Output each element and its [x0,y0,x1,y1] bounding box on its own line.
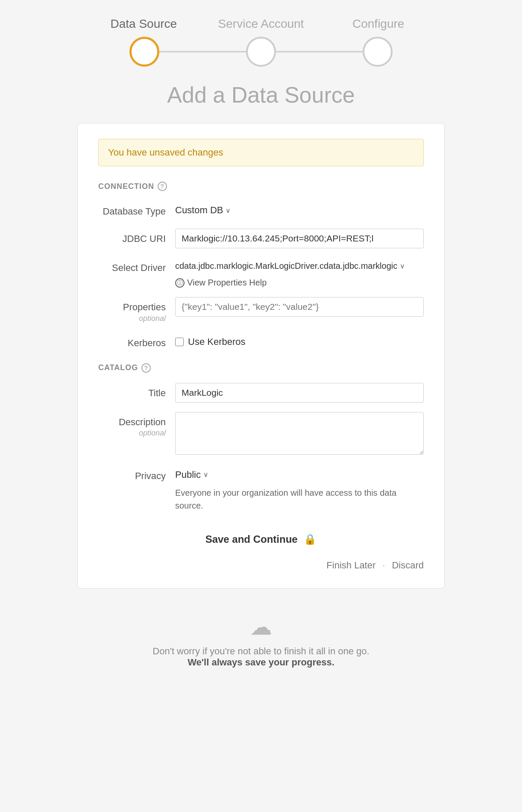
database-type-dropdown[interactable]: Custom DB ∨ [175,201,231,219]
jdbc-uri-input[interactable] [175,229,424,248]
select-driver-dropdown[interactable]: cdata.jdbc.marklogic.MarkLogicDriver.cda… [175,258,405,274]
database-type-control: Custom DB ∨ [175,201,424,219]
lock-icon: 🔒 [304,533,317,545]
info-icon: ⓘ [175,278,185,288]
catalog-title-label: Title [98,383,175,400]
step-2-label: Service Account [203,17,319,31]
privacy-row: Privacy Public ∨ Everyone in your organi… [98,466,424,512]
save-continue-label: Save and Continue [205,533,298,545]
kerberos-control: Use Kerberos [175,333,424,347]
connection-help-icon[interactable]: ? [158,182,167,191]
warning-text: You have unsaved changes [108,147,223,158]
step-1-label: Data Source [86,17,202,31]
privacy-value: Public [175,469,201,480]
jdbc-uri-label: JDBC URI [98,229,175,245]
jdbc-uri-row: JDBC URI [98,229,424,248]
description-row: Description optional [98,412,424,456]
step-2-circle[interactable] [246,37,276,67]
kerberos-checkbox[interactable] [175,338,184,346]
database-type-value: Custom DB [175,205,223,216]
catalog-help-icon[interactable]: ? [141,363,151,373]
description-textarea[interactable] [175,412,424,455]
properties-row: Properties optional [98,297,424,324]
step-1-circle[interactable] [129,37,159,67]
select-driver-value: cdata.jdbc.marklogic.MarkLogicDriver.cda… [175,261,397,271]
properties-control [175,297,424,317]
select-driver-row: Select Driver cdata.jdbc.marklogic.MarkL… [98,258,424,288]
description-sublabel: optional [98,428,166,438]
select-driver-control: cdata.jdbc.marklogic.MarkLogicDriver.cda… [175,258,424,288]
bottom-actions: Finish Later · Discard [98,560,424,571]
warning-banner: You have unsaved changes [98,139,424,166]
properties-label: Properties optional [98,297,175,324]
kerberos-checkbox-label[interactable]: Use Kerberos [188,336,246,347]
privacy-label: Privacy [98,466,175,482]
database-type-label: Database Type [98,201,175,218]
description-control [175,412,424,456]
privacy-note: Everyone in your organization will have … [175,488,396,510]
catalog-title-control [175,383,424,403]
properties-sublabel: optional [98,314,166,324]
description-label: Description optional [98,412,175,438]
footer-section: ☁ Don't worry if you're not able to fini… [152,614,369,668]
discard-link[interactable]: Discard [392,560,424,571]
database-type-row: Database Type Custom DB ∨ [98,201,424,219]
connection-section-header: CONNECTION ? [98,182,424,191]
properties-input[interactable] [175,297,424,317]
dropdown-arrow-icon: ∨ [226,206,231,215]
footer-message: Don't worry if you're not able to finish… [152,646,369,668]
view-properties-text: View Properties Help [187,278,267,288]
save-continue-button[interactable]: Save and Continue 🔒 [98,526,424,553]
finish-later-link[interactable]: Finish Later [326,560,375,571]
footer-bold-message: We'll always save your progress. [188,657,334,668]
privacy-control: Public ∨ Everyone in your organization w… [175,466,424,512]
jdbc-uri-control [175,229,424,248]
step-3-circle[interactable] [363,37,393,67]
driver-dropdown-arrow-icon: ∨ [400,262,405,270]
kerberos-label: Kerberos [98,333,175,350]
main-card: You have unsaved changes CONNECTION ? Da… [77,123,445,588]
page-title: Add a Data Source [167,82,355,108]
view-properties-link[interactable]: ⓘ View Properties Help [175,278,424,288]
step-3-label: Configure [320,17,436,31]
catalog-section-header: CATALOG ? [98,363,424,373]
select-driver-label: Select Driver [98,258,175,274]
privacy-dropdown[interactable]: Public ∨ [175,466,208,484]
privacy-dropdown-arrow-icon: ∨ [203,471,208,479]
cloud-icon: ☁ [250,614,272,640]
catalog-title-input[interactable] [175,383,424,403]
catalog-title-row: Title [98,383,424,403]
catalog-label: CATALOG [98,363,138,372]
separator-dot: · [382,560,385,571]
kerberos-row: Kerberos Use Kerberos [98,333,424,350]
connection-label: CONNECTION [98,182,154,191]
